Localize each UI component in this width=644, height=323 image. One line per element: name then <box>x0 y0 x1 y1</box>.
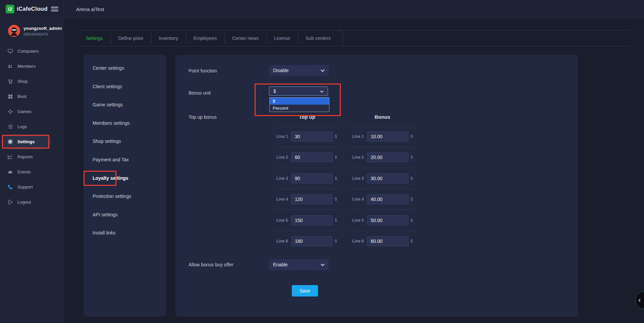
top-up-input-5[interactable] <box>291 215 333 225</box>
line-label: Line 3 <box>352 176 367 181</box>
collapse-panel-toggle[interactable]: ‹ <box>635 291 644 309</box>
nav-loyalty-settings[interactable]: Loyalty settings <box>84 169 166 187</box>
allow-bonus-buy-offer-select[interactable]: Enable <box>269 259 329 270</box>
line-label: Line 2 <box>276 155 291 160</box>
events-icon <box>7 169 13 175</box>
chevron-left-icon: ‹ <box>638 296 641 305</box>
bonus-input-5[interactable] <box>367 215 409 225</box>
table-row: Line 1$ <box>274 126 340 147</box>
save-button[interactable]: Save <box>292 285 318 297</box>
nav-members-settings[interactable]: Members settings <box>84 114 166 132</box>
line-label: Line 4 <box>276 197 291 202</box>
sidebar-item-label: Support <box>17 184 33 190</box>
sidebar-user-avatar[interactable] <box>8 25 20 37</box>
unit-suffix: $ <box>411 197 413 202</box>
option-dollar[interactable]: $ <box>270 98 329 105</box>
bonus-input-2[interactable] <box>367 152 409 162</box>
bonus-input-1[interactable] <box>367 131 409 142</box>
table-row: Line 4$ <box>274 189 340 210</box>
tab-license[interactable]: License <box>266 31 298 46</box>
line-label: Line 5 <box>276 218 291 223</box>
line-label: Line 2 <box>352 155 367 160</box>
sidebar-item-shop[interactable]: Shop <box>0 74 64 89</box>
bonus-unit-value: $ <box>273 89 276 94</box>
allow-bonus-buy-offer-label: Allow bonus buy offer <box>189 262 233 267</box>
line-label: Line 1 <box>276 134 291 139</box>
sidebar-item-reports[interactable]: Reports <box>0 149 64 164</box>
table-row: Line 5$ <box>350 210 415 231</box>
app-root: i2 iCafeCloud Arena aiTest 135 days f <box>0 0 644 323</box>
allow-bonus-buy-offer-value: Enable <box>273 262 288 267</box>
sidebar-item-label: Logs <box>17 124 27 129</box>
unit-suffix: $ <box>335 239 337 244</box>
sidebar-item-logout[interactable]: Logout <box>0 195 64 210</box>
bonus-column-header: Bonus <box>350 114 415 126</box>
bonus-column: Bonus Line 1$ Line 2$ Line 3$ Line 4$ Li… <box>350 114 415 252</box>
point-function-select[interactable]: Disable <box>269 65 329 76</box>
sidebar-item-computers[interactable]: Computers <box>0 44 64 59</box>
sidebar-item-members[interactable]: Members <box>0 59 64 74</box>
icafecloud-logo-icon: i2 <box>6 5 14 13</box>
nav-center-settings[interactable]: Center settings <box>84 59 166 77</box>
tab-center-news[interactable]: Center news <box>224 31 266 46</box>
nav-game-settings[interactable]: Game settings <box>84 96 166 114</box>
page-title: Arena aiTest <box>76 6 104 12</box>
top-up-input-2[interactable] <box>291 152 333 162</box>
settings-icon <box>7 139 13 145</box>
unit-suffix: $ <box>335 176 337 181</box>
line-label: Line 6 <box>352 239 367 244</box>
line-label: Line 4 <box>352 197 367 202</box>
sidebar-item-settings[interactable]: Settings <box>1 134 51 149</box>
tab-inventory[interactable]: Inventory <box>151 31 186 46</box>
sidebar: youngzsoft_admin 005193482475 Computers … <box>0 18 64 323</box>
bonus-input-4[interactable] <box>367 194 409 204</box>
logs-icon <box>7 124 13 129</box>
bonus-input-3[interactable] <box>367 173 409 183</box>
unit-suffix: $ <box>335 155 337 160</box>
nav-install-links[interactable]: Install links <box>84 224 166 242</box>
table-row: Line 1$ <box>350 126 415 147</box>
reports-icon <box>7 154 13 160</box>
sidebar-item-events[interactable]: Events <box>0 164 64 179</box>
sidebar-item-support[interactable]: Support <box>0 179 64 195</box>
chevron-down-icon <box>321 262 325 267</box>
sidebar-item-boot[interactable]: Boot <box>0 89 64 104</box>
nav-protection-settings[interactable]: Protection settings <box>84 187 166 206</box>
nav-api-settings[interactable]: API settings <box>84 206 166 224</box>
nav-shop-settings[interactable]: Shop settings <box>84 132 166 151</box>
nav-payment-and-tax[interactable]: Payment and Tax <box>84 151 166 169</box>
top-up-column-header: Top up <box>274 114 340 126</box>
table-row: Line 6$ <box>350 231 415 252</box>
tab-employees[interactable]: Employees <box>186 31 224 46</box>
bonus-unit-select[interactable]: $ <box>269 87 328 96</box>
top-up-column: Top up Line 1$ Line 2$ Line 3$ Line 4$ L… <box>274 114 340 252</box>
chevron-down-icon <box>321 68 325 73</box>
tab-settings[interactable]: Settings <box>78 31 111 46</box>
logout-icon <box>7 199 13 205</box>
tab-sub-centers[interactable]: Sub centers <box>298 31 338 46</box>
tab-define-price[interactable]: Define price <box>111 31 151 46</box>
computers-icon <box>7 48 13 54</box>
point-function-value: Disable <box>273 68 289 73</box>
bonus-unit-label: Bonus unit <box>189 90 211 96</box>
menu-toggle-button[interactable] <box>51 7 58 11</box>
bonus-input-6[interactable] <box>367 236 409 246</box>
nav-client-settings[interactable]: Client settings <box>84 77 166 96</box>
top-up-input-3[interactable] <box>291 173 333 183</box>
settings-nav-panel: Center settings Client settings Game set… <box>84 55 166 317</box>
sidebar-item-logs[interactable]: Logs <box>0 119 64 134</box>
topbar: i2 iCafeCloud Arena aiTest 135 days f <box>0 0 644 18</box>
top-up-input-1[interactable] <box>291 131 333 142</box>
games-icon <box>7 109 13 114</box>
center-tabs: Settings Define price Inventory Employee… <box>78 30 630 46</box>
top-up-bonus-label: Top up bonus <box>189 114 217 120</box>
sidebar-item-label: Boot <box>17 94 26 99</box>
option-percent[interactable]: Percent <box>270 105 329 112</box>
table-row: Line 3$ <box>350 168 415 189</box>
top-up-input-6[interactable] <box>291 236 333 246</box>
table-row: Line 6$ <box>274 231 340 252</box>
line-label: Line 6 <box>276 239 291 244</box>
user-id: 005193482475 <box>23 32 48 36</box>
sidebar-item-games[interactable]: Games <box>0 104 64 119</box>
top-up-input-4[interactable] <box>291 194 333 204</box>
